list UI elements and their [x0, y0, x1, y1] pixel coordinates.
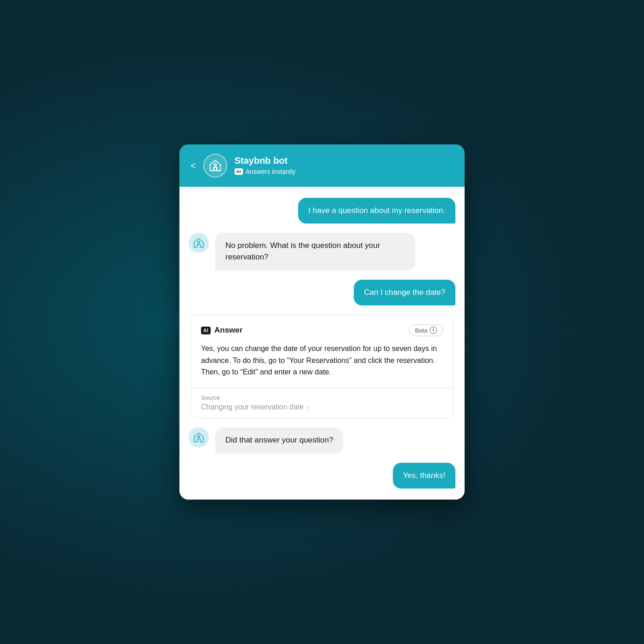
- house-icon-sm-1: [193, 237, 205, 249]
- user-bubble-1: I have a question about my reservation.: [298, 198, 455, 224]
- bot-avatar-sm-1: [189, 233, 209, 253]
- svg-point-1: [214, 163, 216, 166]
- source-label: Source: [201, 394, 443, 401]
- chat-body: I have a question about my reservation. …: [179, 187, 465, 500]
- user-bubble-2: Can I change the date?: [354, 280, 455, 306]
- answer-header: AI Answer Beta i: [201, 324, 443, 336]
- answer-card-body: AI Answer Beta i Yes, you can change the…: [191, 315, 453, 387]
- beta-badge[interactable]: Beta i: [409, 324, 443, 336]
- user-message-2: Can I change the date?: [189, 280, 455, 306]
- chat-window: < Staybnb bot AI Answers instantly I hav…: [179, 144, 465, 500]
- svg-point-3: [198, 436, 200, 437]
- svg-point-2: [198, 242, 200, 243]
- bot-message-1: No problem. What is the question about y…: [189, 233, 455, 270]
- answer-title: AI Answer: [201, 326, 242, 335]
- ai-badge-answer: AI: [201, 327, 211, 334]
- bot-bubble-2: Did that answer your question?: [215, 427, 343, 454]
- bot-avatar-large: [203, 154, 227, 178]
- answer-body-text: Yes, you can change the date of your res…: [201, 343, 443, 378]
- user-message-1: I have a question about my reservation.: [189, 198, 455, 224]
- beta-label: Beta: [415, 327, 427, 334]
- source-link[interactable]: Changing your reservation date ›: [201, 403, 443, 411]
- bot-avatar-sm-2: [189, 427, 209, 448]
- house-icon-large: [208, 159, 222, 172]
- info-icon[interactable]: i: [430, 327, 437, 334]
- svg-rect-0: [214, 167, 217, 171]
- ai-answer-card: AI Answer Beta i Yes, you can change the…: [190, 315, 454, 418]
- user-bubble-3: Yes, thanks!: [393, 463, 455, 489]
- house-icon-sm-2: [193, 431, 205, 443]
- bot-bubble-1: No problem. What is the question about y…: [215, 233, 415, 270]
- chevron-right-icon: ›: [306, 403, 309, 411]
- chat-header: < Staybnb bot AI Answers instantly: [179, 144, 465, 187]
- bot-info: Staybnb bot AI Answers instantly: [235, 155, 296, 175]
- user-message-3: Yes, thanks!: [189, 463, 455, 489]
- bot-subtitle: AI Answers instantly: [235, 168, 296, 175]
- source-link-text: Changing your reservation date: [201, 403, 304, 411]
- answer-title-text: Answer: [214, 326, 242, 335]
- back-button[interactable]: <: [190, 161, 196, 170]
- bot-subtitle-text: Answers instantly: [246, 168, 296, 175]
- ai-badge-header: AI: [235, 168, 243, 175]
- bot-message-2: Did that answer your question?: [189, 427, 455, 454]
- bot-name: Staybnb bot: [235, 155, 296, 166]
- answer-source: Source Changing your reservation date ›: [191, 387, 453, 418]
